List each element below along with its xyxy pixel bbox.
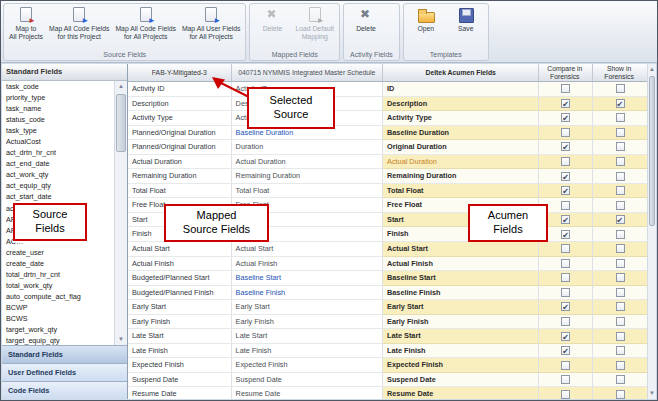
source-field-item[interactable]: status_code: [2, 114, 114, 125]
compare-checkbox[interactable]: [561, 84, 570, 93]
source-field-item[interactable]: act_work_qty: [2, 169, 114, 180]
show-checkbox[interactable]: [616, 172, 625, 181]
mapped-field-cell[interactable]: Late Start: [232, 329, 383, 344]
mapped-field-cell[interactable]: Expected Finish: [232, 358, 383, 373]
compare-checkbox[interactable]: [561, 259, 570, 268]
show-checkbox[interactable]: [616, 259, 625, 268]
source-field-item[interactable]: priority_type: [2, 92, 114, 103]
panel-nav-standard-fields[interactable]: Standard Fields: [2, 345, 127, 363]
show-checkbox[interactable]: [616, 332, 625, 341]
show-checkbox[interactable]: [616, 390, 625, 399]
show-checkbox[interactable]: [616, 244, 625, 253]
compare-checkbox[interactable]: [561, 317, 570, 326]
mapped-field-cell[interactable]: Baseline Finish: [232, 286, 383, 301]
source-field-item[interactable]: create_user: [2, 247, 114, 258]
compare-checkbox[interactable]: [561, 201, 570, 210]
delete-activity-field-button[interactable]: Delete: [346, 5, 386, 50]
source-field-item[interactable]: create_date: [2, 258, 114, 269]
mapped-field-cell[interactable]: Early Start: [232, 300, 383, 315]
mapped-field-cell[interactable]: Remaining Duration: [232, 169, 383, 184]
map-to-all-projects-button[interactable]: Map toAll Projects: [6, 5, 46, 50]
source-field-item[interactable]: target_work_qty: [2, 324, 114, 335]
source-field-item[interactable]: task_type: [2, 125, 114, 136]
compare-checkbox[interactable]: [561, 288, 570, 297]
show-checkbox[interactable]: [616, 142, 625, 151]
compare-checkbox[interactable]: [561, 128, 570, 137]
mapped-source-header[interactable]: 040715 NYMMIS Integrated Master Schedule: [232, 64, 383, 82]
compare-checkbox[interactable]: [561, 390, 570, 399]
open-template-button[interactable]: Open: [406, 5, 446, 50]
compare-checkbox[interactable]: [561, 113, 570, 122]
source-field-item[interactable]: BCWP: [2, 302, 114, 313]
source-field-item[interactable]: total_work_qty: [2, 280, 114, 291]
source-field-item[interactable]: act_end_date: [2, 158, 114, 169]
show-checkbox[interactable]: [616, 288, 625, 297]
fields-scrollbar[interactable]: ▲ ▼: [114, 81, 127, 345]
compare-checkbox[interactable]: [561, 157, 570, 166]
show-checkbox[interactable]: [616, 201, 625, 210]
show-checkbox[interactable]: [616, 84, 625, 93]
source-field-item[interactable]: act_drtn_hr_cnt: [2, 147, 114, 158]
show-checkbox[interactable]: [616, 215, 625, 224]
map-all-code-fields-this-project-button[interactable]: Map All Code Fieldsfor this Project: [46, 5, 112, 50]
source-field-item[interactable]: act_start_date: [2, 191, 114, 202]
source-field-item[interactable]: task_name: [2, 103, 114, 114]
panel-nav-code-fields[interactable]: Code Fields: [2, 381, 127, 399]
selected-source-header[interactable]: FAB-Y-Mitigated-3: [128, 64, 232, 82]
map-all-code-fields-all-projects-button[interactable]: Map All Code Fieldsfor All Projects: [112, 5, 178, 50]
grid-scrollbar[interactable]: ▲ ▼: [647, 64, 656, 399]
scroll-down-icon[interactable]: ▼: [115, 334, 127, 345]
show-checkbox[interactable]: [616, 157, 625, 166]
show-checkbox[interactable]: [616, 113, 625, 122]
show-checkbox[interactable]: [616, 128, 625, 137]
scrollbar-thumb[interactable]: [116, 94, 126, 152]
compare-checkbox[interactable]: [561, 186, 570, 195]
source-field-item[interactable]: total_drtn_hr_cnt: [2, 269, 114, 280]
source-field-item[interactable]: target_equip_qty: [2, 335, 114, 345]
mapped-field-cell[interactable]: Resume Date: [232, 387, 383, 399]
compare-checkbox[interactable]: [561, 99, 570, 108]
compare-checkbox[interactable]: [561, 346, 570, 355]
show-checkbox[interactable]: [616, 230, 625, 239]
show-checkbox[interactable]: [616, 346, 625, 355]
save-template-button[interactable]: Save: [446, 5, 486, 50]
source-field-item[interactable]: ActualCost: [2, 136, 114, 147]
compare-checkbox[interactable]: [561, 142, 570, 151]
grid-scroll-up-icon[interactable]: ▲: [648, 64, 656, 75]
delete-mapped-button[interactable]: Delete: [252, 5, 292, 50]
source-field-item[interactable]: BCWS: [2, 313, 114, 324]
map-all-user-fields-all-projects-button[interactable]: Map All User Fieldsfor All Projects: [179, 5, 244, 50]
mapped-field-cell[interactable]: Early Finish: [232, 315, 383, 330]
show-checkbox[interactable]: [616, 186, 625, 195]
source-field-item[interactable]: act_equip_qty: [2, 180, 114, 191]
show-checkbox[interactable]: [616, 302, 625, 311]
compare-checkbox[interactable]: [561, 302, 570, 311]
show-checkbox[interactable]: [616, 99, 625, 108]
scroll-up-icon[interactable]: ▲: [115, 81, 127, 92]
panel-nav-user-defined-fields[interactable]: User Defined Fields: [2, 363, 127, 381]
mapped-field-cell[interactable]: Actual Start: [232, 242, 383, 257]
mapped-field-cell[interactable]: Suspend Date: [232, 373, 383, 388]
load-default-mapping-button[interactable]: Load DefaultMapping: [292, 5, 337, 50]
grid-scrollbar-thumb[interactable]: [649, 76, 655, 226]
compare-checkbox[interactable]: [561, 244, 570, 253]
compare-checkbox[interactable]: [561, 375, 570, 384]
mapped-field-cell[interactable]: Baseline Start: [232, 271, 383, 286]
source-field-item[interactable]: task_code: [2, 81, 114, 92]
mapped-field-cell[interactable]: Duration: [232, 140, 383, 155]
compare-checkbox[interactable]: [561, 361, 570, 370]
compare-checkbox[interactable]: [561, 273, 570, 282]
compare-checkbox[interactable]: [561, 172, 570, 181]
mapped-field-cell[interactable]: Actual Finish: [232, 257, 383, 272]
show-checkbox[interactable]: [616, 273, 625, 282]
compare-checkbox[interactable]: [561, 215, 570, 224]
mapped-field-cell[interactable]: Late Finish: [232, 344, 383, 359]
mapped-field-cell[interactable]: Actual Duration: [232, 155, 383, 170]
compare-checkbox[interactable]: [561, 230, 570, 239]
compare-checkbox[interactable]: [561, 332, 570, 341]
show-checkbox[interactable]: [616, 361, 625, 370]
source-field-item[interactable]: auto_compute_act_flag: [2, 291, 114, 302]
mapped-field-cell[interactable]: Total Float: [232, 184, 383, 199]
show-checkbox[interactable]: [616, 317, 625, 326]
grid-scroll-down-icon[interactable]: ▼: [648, 388, 656, 399]
